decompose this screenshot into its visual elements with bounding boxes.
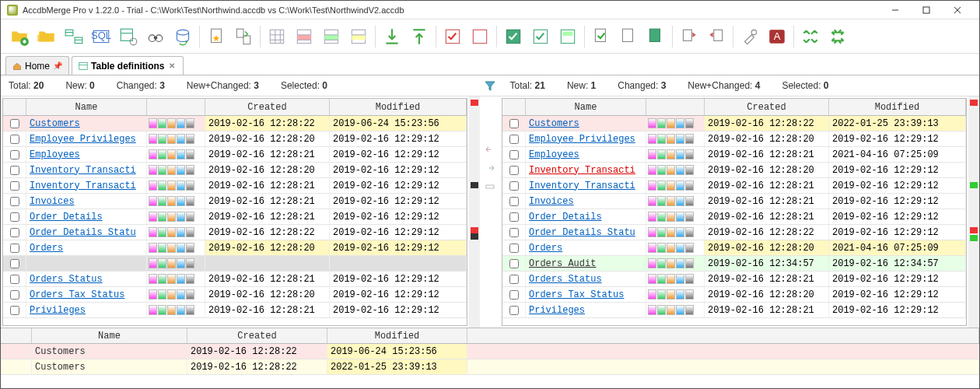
sync-up-icon[interactable] (407, 24, 432, 49)
filter-icon[interactable] (484, 79, 496, 92)
table-row[interactable]: Employee Privileges2019-02-16 12:28:2020… (3, 131, 467, 147)
access-icon[interactable]: A (765, 24, 789, 49)
tab-close-icon[interactable]: ✕ (167, 61, 177, 71)
title-bar: AccdbMerge Pro v 1.22.0 - Trial - C:\Wor… (1, 1, 979, 19)
link-left-icon[interactable] (484, 143, 496, 156)
svg-text:SQL: SQL (91, 30, 111, 41)
detail-pane: Name Created Modified Customers2019-02-1… (1, 328, 979, 388)
table-row[interactable]: Inventory Transacti2019-02-16 12:28:2020… (3, 163, 467, 178)
sql-icon[interactable]: SQL (89, 24, 114, 49)
copy-left-icon[interactable] (677, 24, 702, 49)
tab-definitions-label: Table definitions (91, 61, 164, 72)
table-row[interactable]: Orders Status2019-02-16 12:28:212019-02-… (3, 272, 467, 287)
table-row[interactable]: Orders Tax Status2019-02-16 12:28:202019… (502, 287, 966, 303)
table-row[interactable]: Order Details Statu2019-02-16 12:28:2220… (3, 225, 467, 240)
svg-rect-21 (243, 35, 250, 44)
open-folder-2-icon[interactable] (34, 24, 59, 49)
table-row[interactable]: Inventory Transacti2019-02-16 12:28:2120… (3, 178, 467, 194)
uncheck-box-1-icon[interactable] (467, 24, 492, 49)
stats-right: Total: 21 New: 1 Changed: 3 New+Changed:… (502, 75, 980, 96)
detail-grid[interactable]: Customers2019-02-16 12:28:222019-06-24 1… (1, 344, 979, 388)
copy-right-icon[interactable] (704, 24, 729, 49)
table-row[interactable]: Invoices2019-02-16 12:28:212019-02-16 12… (502, 194, 966, 209)
grid-red-icon[interactable] (292, 24, 317, 49)
svg-rect-48 (714, 30, 723, 40)
stats-row: Total: 20 New: 0 Changed: 3 New+Changed:… (1, 75, 979, 96)
table-row[interactable]: Inventory Transacti2019-02-16 12:28:2120… (502, 178, 966, 194)
tools-icon[interactable] (737, 24, 762, 49)
table-row[interactable]: Orders2019-02-16 12:28:202021-04-16 07:2… (502, 240, 966, 256)
doc-green-icon[interactable] (643, 24, 668, 49)
check-box-1-icon[interactable] (440, 24, 465, 49)
table-row[interactable]: Employees2019-02-16 12:28:212019-02-16 1… (3, 147, 467, 163)
left-col-head: Name Created Modified (3, 99, 467, 116)
grid-yellow-icon[interactable] (346, 24, 371, 49)
table-row[interactable] (3, 256, 467, 272)
svg-rect-46 (649, 29, 660, 41)
stats-left: Total: 20 New: 0 Changed: 3 New+Changed:… (1, 75, 478, 96)
main-split: Name Created Modified Customers2019-02-1… (1, 96, 979, 328)
svg-point-17 (177, 30, 188, 35)
table-row[interactable]: Orders Tax Status2019-02-16 12:28:202019… (3, 287, 467, 303)
table-row[interactable]: Orders Audit2019-02-16 12:34:572019-02-1… (502, 256, 966, 272)
db-refresh-icon[interactable] (170, 24, 195, 49)
doc-blank-icon[interactable] (616, 24, 641, 49)
doc-star-icon[interactable] (204, 24, 229, 49)
maximize-button[interactable] (911, 1, 942, 19)
home-icon (12, 61, 22, 71)
table-row[interactable]: Order Details2019-02-16 12:28:212019-02-… (3, 209, 467, 225)
app-icon (7, 5, 18, 16)
open-folder-1-icon[interactable] (7, 24, 32, 49)
table-gear-icon[interactable] (116, 24, 141, 49)
table-row[interactable]: Order Details Statu2019-02-16 12:28:2220… (502, 225, 966, 240)
table-row[interactable]: Inventory Transacti2019-02-16 12:28:2020… (502, 163, 966, 178)
tab-home-lock-icon: 📌 (53, 61, 62, 71)
nav-arrows-1-icon[interactable] (798, 24, 823, 49)
table-row[interactable]: Orders2019-02-16 12:28:202019-02-16 12:2… (3, 240, 467, 256)
sync-down-icon[interactable] (380, 24, 404, 49)
svg-rect-28 (297, 34, 310, 40)
svg-marker-19 (213, 34, 220, 41)
table-row[interactable]: Invoices2019-02-16 12:28:212019-02-16 12… (3, 194, 467, 209)
detail-row[interactable]: Customers2019-02-16 12:28:222022-01-25 2… (1, 359, 979, 375)
svg-rect-20 (236, 29, 243, 37)
tab-table-definitions[interactable]: Table definitions ✕ (72, 56, 184, 75)
left-diff-markers[interactable] (469, 96, 480, 328)
nav-arrows-2-icon[interactable] (825, 24, 850, 49)
right-pane: Name Created Modified Customers2019-02-1… (502, 98, 967, 326)
table-row[interactable]: Employee Privileges2019-02-16 12:28:2020… (502, 131, 966, 147)
window-title: AccdbMerge Pro v 1.22.0 - Trial - C:\Wor… (23, 5, 880, 15)
link-both-icon[interactable] (484, 180, 496, 193)
table-row[interactable]: Customers2019-02-16 12:28:222022-01-25 2… (502, 116, 966, 131)
binoculars-icon[interactable] (143, 24, 168, 49)
doc-check-icon[interactable] (589, 24, 614, 49)
detail-row[interactable]: Customers2019-02-16 12:28:222019-06-24 1… (1, 344, 979, 359)
grid-green-icon[interactable] (319, 24, 344, 49)
left-grid[interactable]: Customers2019-02-16 12:28:222019-06-24 1… (3, 116, 467, 325)
svg-rect-36 (352, 34, 365, 40)
check-box-green-3-icon[interactable] (555, 24, 580, 49)
svg-text:A: A (774, 30, 781, 42)
svg-rect-54 (486, 185, 494, 188)
check-box-green-2-icon[interactable] (528, 24, 553, 49)
right-grid[interactable]: Customers2019-02-16 12:28:222022-01-25 2… (502, 116, 966, 325)
table-row[interactable]: Orders Status2019-02-16 12:28:212019-02-… (502, 272, 966, 287)
table-row[interactable]: Privileges2019-02-16 12:28:212019-02-16 … (502, 303, 966, 318)
compare-tables-icon[interactable] (61, 24, 86, 49)
svg-point-13 (130, 38, 137, 45)
left-pane: Name Created Modified Customers2019-02-1… (2, 98, 467, 326)
svg-rect-47 (683, 30, 691, 40)
svg-rect-45 (622, 29, 632, 41)
table-row[interactable]: Employees2019-02-16 12:28:212021-04-16 0… (502, 147, 966, 163)
grid-1-icon[interactable] (264, 24, 289, 49)
tab-home[interactable]: Home 📌 (5, 56, 69, 75)
table-row[interactable]: Privileges2019-02-16 12:28:212019-02-16 … (3, 303, 467, 318)
doc-swap-icon[interactable] (231, 24, 256, 49)
minimize-button[interactable] (880, 1, 911, 19)
link-right-icon[interactable] (484, 162, 496, 174)
check-box-green-1-icon[interactable] (501, 24, 526, 49)
close-button[interactable] (942, 1, 973, 19)
table-row[interactable]: Order Details2019-02-16 12:28:212019-02-… (502, 209, 966, 225)
table-row[interactable]: Customers2019-02-16 12:28:222019-06-24 1… (3, 116, 467, 131)
right-diff-markers[interactable] (968, 96, 979, 328)
